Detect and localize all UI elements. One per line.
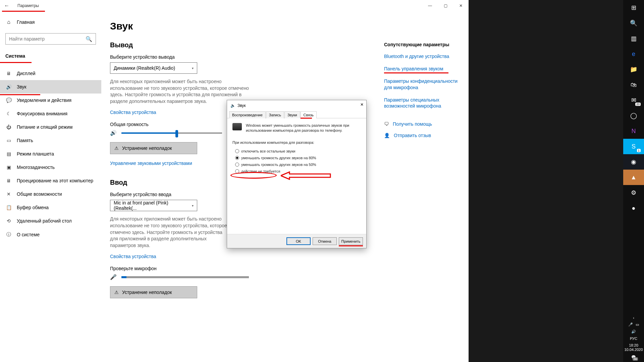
mic-icon: 🎤 xyxy=(110,274,117,280)
taskbar: ⊞ 🔍 ▥ e 📁 🛍 ✉20 ◯ N S1 ◉ ▲ ⚙ ● ‹ 🎤 ▭ 🔊 Р… xyxy=(623,0,644,362)
sidebar-item-remote[interactable]: ⟲ Удаленный рабочий стол xyxy=(0,214,101,228)
dialog-close-button[interactable]: ✕ xyxy=(360,102,364,107)
shared-icon: ✕ xyxy=(5,191,12,197)
dialog-footer: OK Отмена Применить xyxy=(227,234,366,248)
search-input[interactable] xyxy=(9,36,86,42)
display-icon: 🖥 xyxy=(5,71,12,76)
sidebar-item-tablet[interactable]: ▤ Режим планшета xyxy=(0,147,101,161)
maximize-button[interactable]: ▢ xyxy=(438,0,453,11)
task-view-icon[interactable]: ▥ xyxy=(623,31,644,46)
related-link-sound-cpl[interactable]: Панель управления звуком xyxy=(384,66,458,72)
sidebar-item-label: Фокусировка внимания xyxy=(17,111,67,116)
storage-icon: ▭ xyxy=(5,138,12,143)
annotation-underline xyxy=(384,72,448,73)
radio-reduce-80[interactable]: уменьшать громкость других звуков на 80% xyxy=(235,156,361,160)
skype-icon[interactable]: S1 xyxy=(623,139,644,154)
about-icon: ⓘ xyxy=(5,232,12,238)
back-button[interactable]: ← xyxy=(3,3,11,9)
start-button[interactable]: ⊞ xyxy=(623,0,644,15)
radio-group: отключить все остальные звуки уменьшать … xyxy=(235,149,361,173)
focus-icon: ☾ xyxy=(5,111,12,116)
tray-cast-icon[interactable]: ▭ xyxy=(636,322,639,327)
taskbar-search-icon[interactable]: 🔍 xyxy=(623,15,644,31)
window-title: Параметры xyxy=(17,3,39,8)
onenote-icon[interactable]: N xyxy=(623,123,644,139)
search-input-wrapper[interactable]: 🔍 xyxy=(5,33,96,45)
search-icon: 🔍 xyxy=(86,36,92,42)
chevron-down-icon: ▾ xyxy=(192,66,194,70)
radio-group-label: При использовании компьютера для разгово… xyxy=(232,140,361,144)
related-link-mic-privacy[interactable]: Параметры конфиденциальности для микрофо… xyxy=(384,78,458,91)
output-props-link[interactable]: Свойства устройства xyxy=(110,110,156,115)
tab-sounds[interactable]: Звуки xyxy=(284,111,300,118)
radio-reduce-50[interactable]: уменьшать громкость других звуков на 50% xyxy=(235,163,361,167)
sidebar-item-storage[interactable]: ▭ Память xyxy=(0,134,101,147)
apply-button[interactable]: Применить xyxy=(339,237,363,245)
ok-button[interactable]: OK xyxy=(286,237,311,245)
chrome-icon[interactable]: ◯ xyxy=(623,108,644,123)
manage-audio-link[interactable]: Управление звуковыми устройствами xyxy=(110,161,192,166)
close-button[interactable]: ✕ xyxy=(453,0,469,11)
tray-volume-icon[interactable]: 🔊 xyxy=(631,329,636,334)
feedback-icon: 👤 xyxy=(384,133,390,138)
input-device-value: Mic in at front panel (Pink) (Realtek(..… xyxy=(114,200,192,211)
tab-record[interactable]: Запись xyxy=(266,111,284,118)
cancel-button[interactable]: Отмена xyxy=(313,237,337,245)
volume-slider[interactable] xyxy=(121,132,222,134)
related-pane: Сопутствующие параметры Bluetooth и друг… xyxy=(384,42,458,144)
output-device-dropdown[interactable]: Динамики (Realtek(R) Audio) ▾ xyxy=(110,62,197,74)
feedback-link[interactable]: 👤 Отправить отзыв xyxy=(384,133,458,138)
sidebar-item-label: Дисплей xyxy=(17,71,36,76)
tab-communications[interactable]: Связь xyxy=(301,111,317,118)
get-help-link[interactable]: 🗨 Получить помощь xyxy=(384,121,458,127)
sidebar-item-focus[interactable]: ☾ Фокусировка внимания xyxy=(0,107,101,120)
sidebar-item-display[interactable]: 🖥 Дисплей xyxy=(0,67,101,80)
radio-mute-all[interactable]: отключить все остальные звуки xyxy=(235,149,361,153)
related-link-bluetooth[interactable]: Bluetooth и другие устройства xyxy=(384,53,458,60)
sidebar-item-label: Общие возможности xyxy=(17,191,62,197)
edge-icon[interactable]: e xyxy=(623,46,644,62)
sidebar-item-project[interactable]: 🖥 Проецирование на этот компьютер xyxy=(0,174,101,187)
settings-taskbar-icon[interactable]: ⚙ xyxy=(623,185,644,200)
chevron-down-icon: ▾ xyxy=(192,204,194,207)
sidebar-item-power[interactable]: ⏻ Питание и спящий режим xyxy=(0,120,101,134)
app-icon[interactable]: ▲ xyxy=(623,170,644,185)
input-props-link[interactable]: Свойства устройства xyxy=(110,254,156,259)
related-link-mic-access[interactable]: Параметры специальных возможностей микро… xyxy=(384,97,458,110)
sidebar-item-label: Удаленный рабочий стол xyxy=(17,218,72,224)
radio-icon xyxy=(235,149,239,153)
input-troubleshoot-button[interactable]: ⚠ Устранение неполадок xyxy=(110,286,197,298)
sidebar-item-shared[interactable]: ✕ Общие возможности xyxy=(0,187,101,201)
sidebar-item-label: О системе xyxy=(17,232,40,237)
sidebar-item-notifications[interactable]: 💬 Уведомления и действия xyxy=(0,94,101,107)
sidebar-item-about[interactable]: ⓘ О системе xyxy=(0,228,101,242)
phone-icon xyxy=(232,123,242,130)
explorer-icon[interactable]: 📁 xyxy=(623,62,644,77)
check-mic-label: Проверьте микрофон xyxy=(110,266,469,271)
input-device-dropdown[interactable]: Mic in at front panel (Pink) (Realtek(..… xyxy=(110,200,197,211)
mail-icon[interactable]: ✉20 xyxy=(623,93,644,108)
store-icon[interactable]: 🛍 xyxy=(623,77,644,93)
steam-icon[interactable]: ◉ xyxy=(623,154,644,170)
pinned-app-icon[interactable]: ● xyxy=(623,200,644,216)
action-center-icon[interactable]: 💬36 xyxy=(631,355,636,359)
minimize-button[interactable]: — xyxy=(422,0,438,11)
sidebar-item-clipboard[interactable]: 📋 Буфер обмена xyxy=(0,201,101,214)
tab-playback[interactable]: Воспроизведение xyxy=(229,111,266,118)
remote-icon: ⟲ xyxy=(5,218,12,224)
clock[interactable]: 18:20 10.04.2020 xyxy=(624,343,643,353)
tray-expand-icon[interactable]: ‹ xyxy=(633,316,634,320)
sidebar-home[interactable]: ⌂ Главная xyxy=(0,15,101,29)
sidebar-item-label: Проецирование на этот компьютер xyxy=(17,178,93,183)
language-indicator[interactable]: РУС xyxy=(630,337,637,341)
output-troubleshoot-button[interactable]: ⚠ Устранение неполадок xyxy=(110,142,197,154)
settings-titlebar: ← Параметры — ▢ ✕ xyxy=(0,0,469,11)
sidebar-item-multitask[interactable]: ▣ Многозадачность xyxy=(0,161,101,174)
input-desc: Для некоторых приложений может быть наст… xyxy=(110,216,227,249)
sound-icon: 🔈 xyxy=(230,103,235,108)
sidebar-item-label: Уведомления и действия xyxy=(17,98,71,103)
sidebar-item-sound[interactable]: 🔊 Звук xyxy=(0,80,101,94)
radio-do-nothing[interactable]: действие не требуется xyxy=(235,169,361,173)
tray-mic-icon[interactable]: 🎤 xyxy=(628,322,633,327)
sidebar-item-label: Звук xyxy=(17,84,26,89)
